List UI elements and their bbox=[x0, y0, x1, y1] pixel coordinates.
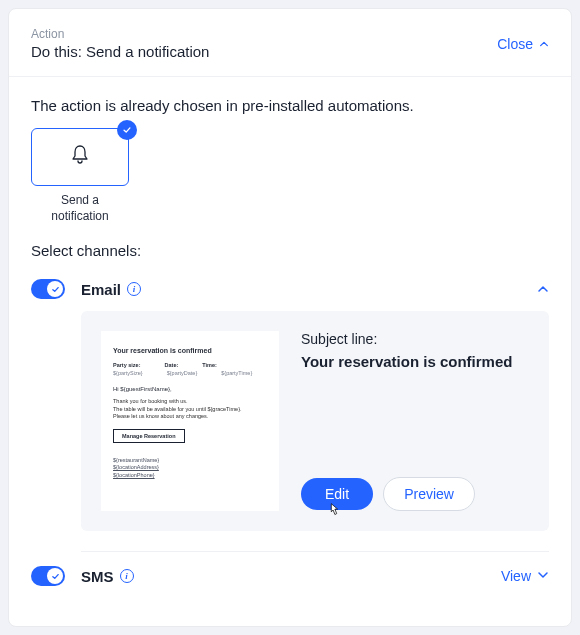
view-label: View bbox=[501, 568, 531, 584]
card-body: The action is already chosen in pre-inst… bbox=[9, 77, 571, 602]
collapse-email-button[interactable] bbox=[537, 283, 549, 295]
preview-meta-values: ${partySize} ${partyDate} ${partyTime} bbox=[113, 370, 267, 376]
sms-channel-left: SMS i bbox=[31, 566, 134, 586]
chevron-down-icon bbox=[537, 568, 549, 584]
close-label: Close bbox=[497, 36, 533, 52]
email-channel-left: Email i bbox=[31, 279, 141, 299]
email-toggle[interactable] bbox=[31, 279, 65, 299]
card-header: Action Do this: Send a notification Clos… bbox=[9, 9, 571, 77]
email-actions: Edit Preview bbox=[301, 477, 529, 511]
email-label-group: Email i bbox=[81, 281, 141, 298]
email-channel-header: Email i bbox=[31, 275, 549, 311]
email-preview-thumbnail: Your reservation is confirmed Party size… bbox=[101, 331, 279, 511]
action-title: Do this: Send a notification bbox=[31, 43, 209, 60]
email-panel: Your reservation is confirmed Party size… bbox=[81, 311, 549, 531]
action-card: Action Do this: Send a notification Clos… bbox=[8, 8, 572, 627]
channel-divider bbox=[81, 551, 549, 552]
action-tile-wrap bbox=[31, 128, 129, 186]
info-icon[interactable]: i bbox=[127, 282, 141, 296]
eyebrow-label: Action bbox=[31, 27, 209, 41]
select-channels-label: Select channels: bbox=[31, 242, 549, 259]
sms-label-group: SMS i bbox=[81, 568, 134, 585]
preview-body: Thank you for booking with us. The table… bbox=[113, 398, 267, 420]
subject-line-value: Your reservation is confirmed bbox=[301, 353, 529, 370]
expand-sms-button[interactable]: View bbox=[501, 568, 549, 584]
action-tile[interactable] bbox=[31, 128, 129, 186]
intro-text: The action is already chosen in pre-inst… bbox=[31, 97, 549, 114]
preview-footer: ${restaurantName} ${locationAddress} ${l… bbox=[113, 457, 267, 480]
chevron-up-icon bbox=[539, 39, 549, 49]
preview-greeting: Hi ${guestFirstName}, bbox=[113, 386, 267, 392]
edit-button[interactable]: Edit bbox=[301, 478, 373, 510]
action-tile-caption: Send a notification bbox=[31, 192, 129, 224]
selected-check-icon bbox=[117, 120, 137, 140]
preview-title: Your reservation is confirmed bbox=[113, 347, 267, 354]
email-channel-name: Email bbox=[81, 281, 121, 298]
toggle-knob bbox=[47, 568, 63, 584]
preview-button[interactable]: Preview bbox=[383, 477, 475, 511]
sms-channel-header: SMS i View bbox=[31, 566, 549, 602]
subject-line-label: Subject line: bbox=[301, 331, 529, 347]
info-icon[interactable]: i bbox=[120, 569, 134, 583]
close-button[interactable]: Close bbox=[497, 36, 549, 52]
toggle-knob bbox=[47, 281, 63, 297]
header-text: Action Do this: Send a notification bbox=[31, 27, 209, 60]
sms-channel-name: SMS bbox=[81, 568, 114, 585]
bell-icon bbox=[68, 143, 92, 171]
email-details: Subject line: Your reservation is confir… bbox=[301, 331, 529, 511]
preview-manage-button: Manage Reservation bbox=[113, 429, 185, 443]
preview-meta-labels: Party size: Date: Time: bbox=[113, 362, 267, 368]
sms-toggle[interactable] bbox=[31, 566, 65, 586]
